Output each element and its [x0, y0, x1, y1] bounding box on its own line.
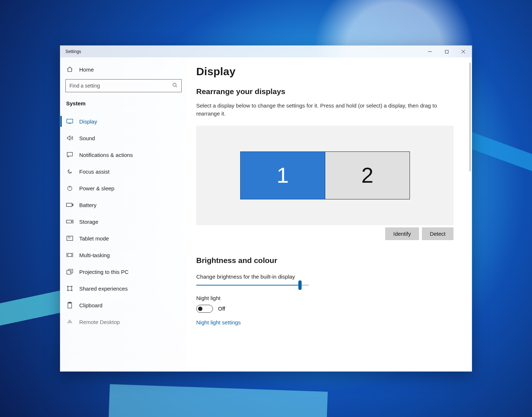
svg-rect-19	[68, 254, 72, 257]
notifications-icon	[66, 152, 73, 158]
sidebar-item-storage[interactable]: Storage	[60, 213, 187, 230]
sidebar-item-display[interactable]: Display	[60, 113, 187, 130]
rearrange-description: Select a display below to change the set…	[196, 102, 458, 118]
svg-point-23	[67, 290, 68, 291]
moon-icon	[66, 169, 73, 174]
maximize-button[interactable]	[438, 46, 455, 57]
brightness-label: Change brightness for the built-in displ…	[196, 274, 459, 280]
brightness-heading: Brightness and colour	[196, 256, 459, 265]
close-button[interactable]	[455, 46, 472, 57]
sidebar-item-sound[interactable]: Sound	[60, 130, 187, 146]
scrollbar[interactable]	[469, 62, 471, 171]
sidebar-item-label: Remote Desktop	[79, 319, 120, 325]
sidebar-item-projecting[interactable]: Projecting to this PC	[60, 263, 187, 280]
page-title: Display	[196, 65, 459, 78]
svg-point-14	[71, 221, 72, 222]
display-icon	[66, 119, 73, 124]
sidebar-item-label: Tablet mode	[79, 235, 109, 242]
svg-rect-12	[72, 204, 73, 206]
minimize-button[interactable]	[422, 46, 438, 57]
svg-line-5	[176, 86, 177, 87]
settings-window: Settings Home	[60, 45, 472, 372]
svg-point-22	[71, 286, 72, 287]
sidebar-item-remote-desktop[interactable]: Remote Desktop	[60, 313, 187, 330]
storage-icon	[66, 220, 73, 223]
app-title: Settings	[65, 49, 81, 54]
sidebar-item-label: Storage	[79, 219, 98, 225]
sidebar-item-label: Battery	[79, 202, 97, 208]
sidebar-item-focus-assist[interactable]: Focus assist	[60, 163, 187, 180]
monitor-2[interactable]: 2	[325, 151, 410, 199]
svg-point-4	[173, 83, 176, 86]
remote-icon	[66, 319, 73, 324]
home-label: Home	[79, 66, 94, 73]
home-icon	[66, 66, 73, 73]
sidebar-item-multi-tasking[interactable]: Multi-tasking	[60, 247, 187, 263]
sidebar-item-label: Shared experiences	[79, 286, 128, 292]
sidebar-item-notifications[interactable]: Notifications & actions	[60, 146, 187, 163]
svg-point-24	[71, 290, 72, 291]
sidebar-item-shared-experiences[interactable]: Shared experiences	[60, 280, 187, 297]
titlebar: Settings	[60, 46, 472, 57]
sidebar-item-label: Multi-tasking	[79, 252, 110, 258]
sound-icon	[66, 135, 73, 141]
project-icon	[66, 269, 73, 275]
night-light-toggle[interactable]	[196, 305, 213, 313]
sidebar-item-label: Clipboard	[79, 302, 102, 308]
night-light-state: Off	[218, 305, 225, 312]
night-light-label: Night light	[196, 295, 459, 301]
search-icon	[172, 82, 178, 89]
sidebar-item-label: Projecting to this PC	[79, 269, 129, 275]
svg-point-21	[67, 286, 68, 287]
shared-icon	[66, 285, 73, 292]
sidebar: Home System Display Sound	[60, 57, 187, 371]
sidebar-item-tablet-mode[interactable]: Tablet mode	[60, 230, 187, 247]
display-arranger[interactable]: 1 2	[196, 126, 454, 225]
monitor-1[interactable]: 1	[240, 151, 325, 199]
sidebar-item-label: Focus assist	[79, 169, 109, 175]
sidebar-item-label: Display	[79, 118, 97, 125]
sidebar-item-label: Power & sleep	[79, 185, 114, 191]
multitask-icon	[66, 252, 73, 258]
svg-rect-8	[67, 152, 73, 156]
brightness-slider[interactable]	[196, 285, 309, 286]
brightness-slider-thumb[interactable]	[298, 280, 302, 290]
home-button[interactable]: Home	[60, 61, 187, 78]
svg-rect-11	[66, 203, 72, 206]
section-system: System	[60, 97, 187, 113]
rearrange-heading: Rearrange your displays	[196, 87, 459, 96]
sidebar-item-power-sleep[interactable]: Power & sleep	[60, 180, 187, 197]
sidebar-item-label: Notifications & actions	[79, 152, 133, 158]
sidebar-item-label: Sound	[79, 135, 95, 141]
tablet-icon	[66, 236, 73, 241]
svg-rect-25	[68, 303, 72, 308]
sidebar-item-battery[interactable]: Battery	[60, 197, 187, 213]
search-input[interactable]	[69, 83, 172, 89]
svg-rect-6	[67, 119, 73, 123]
svg-rect-1	[445, 50, 448, 53]
detect-button[interactable]: Detect	[422, 227, 454, 240]
night-light-settings-link[interactable]: Night light settings	[196, 319, 241, 325]
search-box[interactable]	[65, 79, 182, 92]
main-panel: Display Rearrange your displays Select a…	[187, 57, 472, 371]
power-icon	[66, 185, 73, 191]
sidebar-item-clipboard[interactable]: Clipboard	[60, 297, 187, 313]
battery-icon	[66, 203, 73, 207]
identify-button[interactable]: Identify	[385, 227, 419, 240]
svg-rect-16	[68, 236, 70, 238]
clipboard-icon	[66, 302, 73, 308]
